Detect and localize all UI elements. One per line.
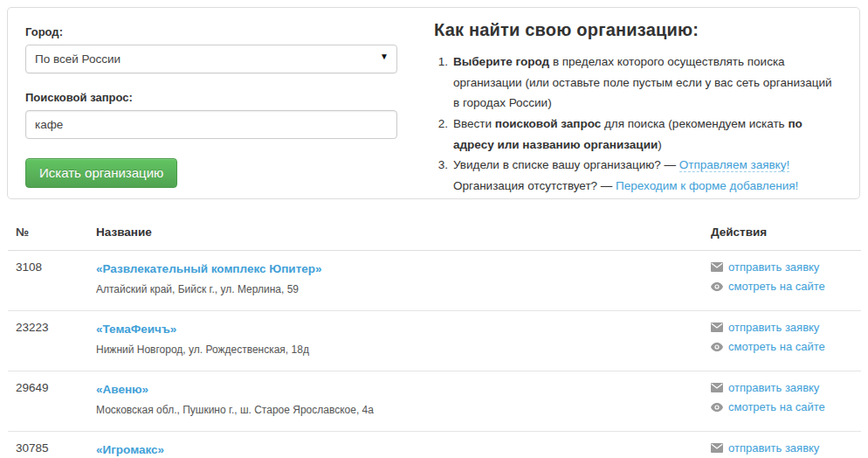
step-2-t3: )	[658, 138, 662, 151]
search-button[interactable]: Искать организацию	[25, 158, 177, 188]
city-label: Город:	[25, 25, 418, 38]
send-request-link[interactable]: отправить заявку	[711, 441, 861, 455]
org-address: Алтайский край, Бийск г., ул. Мерлина, 5…	[96, 283, 702, 295]
header-id: №	[8, 226, 96, 239]
step-1-number: 1.	[434, 52, 453, 114]
table-row: 23223 «ТемаФеичъ» Нижний Новгород, ул. Р…	[8, 311, 861, 371]
step-2-t1: Ввести	[453, 117, 495, 130]
step-3: 3. Увидели в списке вашу организацию? — …	[434, 155, 838, 196]
eye-icon	[711, 343, 723, 351]
table-header: № Название Действия	[8, 215, 861, 251]
header-actions: Действия	[711, 226, 861, 239]
envelope-icon	[711, 323, 723, 332]
step-3-t1: Увидели в списке вашу организацию? —	[453, 158, 679, 171]
table-row: 30785 «Игромакс» Рязань, Первомайский пр…	[8, 432, 861, 458]
step-1-bold: Выберите город	[453, 55, 549, 68]
table-row: 3108 «Развлекательный комплекс Юпитер» А…	[8, 251, 861, 311]
instructions: Как найти свою организацию: 1. Выберите …	[418, 8, 859, 198]
org-name-link[interactable]: «ТемаФеичъ»	[96, 323, 176, 336]
view-on-site-link[interactable]: смотреть на сайте	[711, 340, 861, 353]
header-name: Название	[96, 226, 711, 239]
envelope-icon	[711, 443, 723, 453]
step-2: 2. Ввести поисковой запрос для поиска (р…	[434, 114, 838, 155]
organizations-table: № Название Действия 3108 «Развлекательны…	[8, 215, 861, 458]
city-select[interactable]: По всей России	[25, 45, 397, 73]
send-request-link[interactable]: отправить заявку	[711, 381, 861, 394]
org-id: 29649	[8, 381, 96, 420]
city-select-wrap: По всей России ▼	[25, 45, 397, 73]
step-2-number: 2.	[434, 114, 453, 155]
send-request-label: отправить заявку	[728, 321, 819, 334]
add-form-link[interactable]: Переходим к форме добавления!	[616, 179, 798, 192]
eye-icon	[711, 282, 723, 291]
org-name-link[interactable]: «Развлекательный комплекс Юпитер»	[96, 262, 322, 275]
search-form: Город: По всей России ▼ Поисковой запрос…	[8, 8, 418, 198]
send-request-label: отправить заявку	[728, 381, 819, 394]
instructions-steps: 1. Выберите город в пределах которого ос…	[434, 52, 838, 196]
org-name-link[interactable]: «Игромакс»	[96, 443, 164, 456]
instructions-title: Как найти свою организацию:	[434, 20, 838, 40]
send-request-label: отправить заявку	[728, 260, 819, 274]
step-3-text: Увидели в списке вашу организацию? — Отп…	[453, 155, 838, 196]
send-request-link[interactable]: Отправляем заявку!	[679, 158, 789, 172]
step-2-bold1: поисковой запрос	[495, 117, 601, 130]
send-request-link[interactable]: отправить заявку	[711, 321, 861, 334]
view-on-site-label: смотреть на сайте	[728, 340, 825, 353]
view-on-site-link[interactable]: смотреть на сайте	[711, 400, 861, 413]
org-name-link[interactable]: «Авеню»	[96, 383, 148, 396]
send-request-link[interactable]: отправить заявку	[711, 260, 861, 274]
envelope-icon	[711, 383, 723, 392]
org-address: Московская обл., Пушкино г., ш. Старое Я…	[96, 404, 702, 416]
view-on-site-link[interactable]: смотреть на сайте	[711, 280, 861, 293]
envelope-icon	[711, 262, 723, 272]
step-2-text: Ввести поисковой запрос для поиска (реко…	[453, 114, 838, 155]
step-2-t2: для поиска (рекомендуем искать	[601, 117, 788, 130]
query-input[interactable]	[25, 110, 397, 139]
step-1-text: Выберите город в пределах которого осуще…	[453, 52, 838, 114]
step-3-number: 3.	[434, 155, 453, 196]
org-id: 23223	[8, 321, 96, 359]
org-id: 30785	[8, 441, 96, 458]
step-3-t2: Организация отсутствует? —	[453, 179, 616, 192]
table-row: 29649 «Авеню» Московская обл., Пушкино г…	[8, 371, 861, 432]
send-request-label: отправить заявку	[728, 441, 819, 455]
eye-icon	[711, 403, 723, 412]
search-panel: Город: По всей России ▼ Поисковой запрос…	[7, 7, 860, 199]
step-1: 1. Выберите город в пределах которого ос…	[434, 52, 838, 114]
view-on-site-label: смотреть на сайте	[728, 400, 825, 413]
org-address: Нижний Новгород, ул. Рождественская, 18д	[96, 344, 702, 356]
query-label: Поисковой запрос:	[25, 91, 418, 104]
view-on-site-label: смотреть на сайте	[728, 280, 825, 293]
org-id: 3108	[8, 260, 96, 299]
